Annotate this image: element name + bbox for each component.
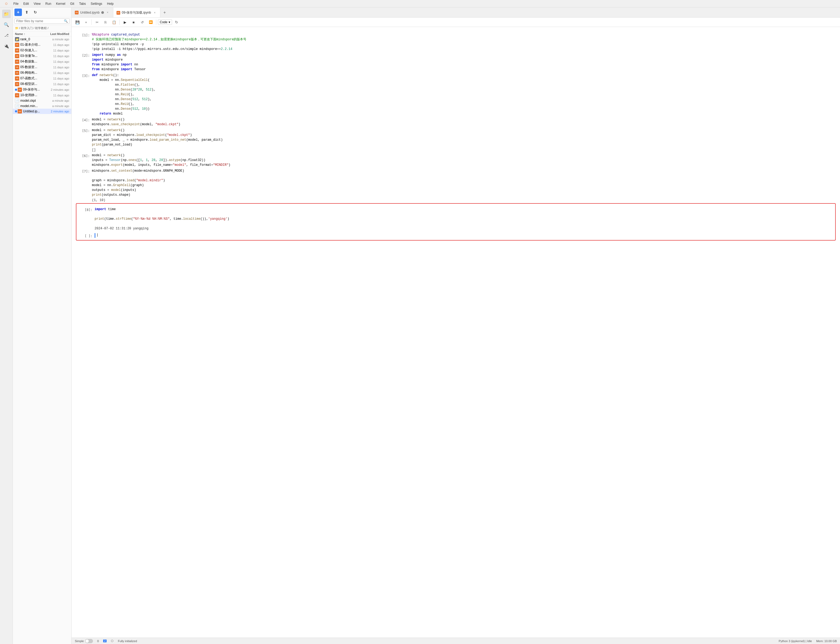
cell-code: import time print(time.strftime("%Y-%m-%… (95, 207, 833, 231)
paste-button[interactable]: 📋 (110, 19, 118, 26)
cell-body[interactable]: import numpy as np import mindspore from… (92, 53, 836, 72)
list-item[interactable]: nb 01-基本介绍... 11 days ago (13, 42, 71, 48)
list-item[interactable]: nb 10-使用静... 11 days ago (13, 92, 71, 98)
kernel-refresh-button[interactable]: ↻ (173, 19, 180, 26)
cut-button[interactable]: ✂ (93, 19, 101, 26)
menu-edit[interactable]: Edit (21, 1, 31, 6)
menu-file[interactable]: File (11, 1, 21, 6)
upload-button[interactable]: ⬆ (23, 8, 30, 16)
menu-settings[interactable]: Settings (89, 1, 104, 6)
toggle-switch[interactable] (85, 639, 93, 643)
menu-tabs[interactable]: Tabs (77, 1, 88, 6)
list-item[interactable]: nb 03-张量Te... 11 days ago (13, 53, 71, 59)
file-search-input[interactable] (16, 19, 64, 23)
file-modified: 11 days ago (43, 49, 69, 52)
file-modified: 2 minutes ago (43, 110, 69, 113)
list-item[interactable]: nb 02-快速入... 11 days ago (13, 48, 71, 53)
cell-4: [4]: model = network() mindspore.save_ch… (72, 117, 840, 127)
sort-icon: ↑ (24, 32, 25, 36)
list-item[interactable]: 📁 rank_0 a minute ago (13, 36, 71, 42)
activity-bar: 📁 🔍 ⎇ 🔌 (0, 8, 13, 644)
name-column-header[interactable]: Name ↑ (15, 32, 43, 36)
file-name: Untitled.ip... (23, 110, 43, 113)
tab-add-button[interactable]: + (160, 8, 169, 17)
cell-number: [2]: (76, 53, 92, 72)
git-activity-icon[interactable]: ⎇ (2, 31, 11, 39)
list-item[interactable]: nb 08-模型训... 11 days ago (13, 81, 71, 87)
cell-body[interactable]: def network(): model = nn.SequentialCell… (92, 73, 836, 116)
tab-untitled[interactable]: nb Untitled.ipynb × (72, 8, 113, 17)
notebook-icon: nb (15, 76, 19, 80)
tab-bar: nb Untitled.ipynb × nb 09-保存与加载.ipynb × … (72, 8, 840, 18)
file-name: 01-基本介绍... (20, 43, 43, 47)
cell-type-label: Code (160, 20, 168, 24)
list-item[interactable]: nb 07-函数式... 11 days ago (13, 76, 71, 81)
run-button[interactable]: ▶ (121, 19, 129, 26)
menu-run[interactable]: Run (43, 1, 53, 6)
cell-number: [4]: (76, 117, 92, 127)
breadcrumb: 📁 / 初学入门 / 初学教程 / (13, 25, 71, 31)
cell-empty: [ ]: | (79, 233, 833, 238)
list-item[interactable]: nb 05-数据变... 11 days ago (13, 64, 71, 70)
save-button[interactable]: 💾 (74, 19, 81, 26)
menu-view[interactable]: View (31, 1, 43, 6)
list-item[interactable]: 📄 model.min... a minute ago (13, 104, 71, 108)
search-activity-icon[interactable]: 🔍 (2, 20, 11, 29)
app-logo: ○ (2, 0, 11, 8)
notebook-content: [1]: %%capture captured_output # 实验环境已经预… (72, 27, 840, 637)
file-list: 📁 rank_0 a minute ago nb 01-基本介绍... 11 d… (13, 36, 71, 644)
tab-09-notebook[interactable]: nb 09-保存与加载.ipynb × (113, 8, 160, 17)
file-list-header: Name ↑ Last Modified (13, 31, 71, 36)
copy-button[interactable]: ⎘ (102, 19, 109, 26)
simple-toggle[interactable]: Simple (75, 639, 93, 643)
toggle-knob (86, 639, 89, 643)
stop-button[interactable]: ■ (130, 19, 137, 26)
notebook-icon: nb (18, 109, 22, 113)
fast-forward-button[interactable]: ⏩ (147, 19, 155, 26)
modified-column-header[interactable]: Last Modified (43, 32, 69, 36)
empty-cell-cursor[interactable]: | (96, 233, 98, 237)
menu-kernel[interactable]: Kernel (54, 1, 68, 6)
restart-button[interactable]: ↺ (138, 19, 146, 26)
tab-notebook-icon: nb (117, 11, 120, 15)
menu-help[interactable]: Help (105, 1, 116, 6)
file-modified: 11 days ago (43, 60, 69, 63)
cell-body[interactable]: mindspore.set_context(mode=mindspore.GRA… (92, 169, 836, 202)
refresh-button[interactable]: ↻ (31, 8, 39, 16)
file-modified: 11 days ago (43, 66, 69, 69)
cell-body[interactable]: import time print(time.strftime("%Y-%m-%… (95, 207, 833, 231)
list-item[interactable]: 📄 model.ckpt a minute ago (13, 98, 71, 104)
cell-code: model = network() param_dict = mindspore… (92, 128, 836, 147)
cell-body[interactable]: model = network() mindspore.save_checkpo… (92, 117, 836, 127)
file-name: 02-快速入... (20, 48, 43, 53)
new-file-button[interactable]: + (15, 8, 22, 16)
files-activity-icon[interactable]: 📁 (2, 10, 11, 18)
list-item[interactable]: nb 09-保存与... 2 minutes ago (13, 87, 71, 92)
list-item[interactable]: nb Untitled.ip... 2 minutes ago (13, 108, 71, 114)
cell-body[interactable]: model = network() inputs = Tensor(np.one… (92, 153, 836, 168)
cell-type-selector[interactable]: Code ▾ (158, 20, 172, 25)
empty-cell-body[interactable]: | (95, 233, 833, 238)
add-cell-button[interactable]: + (82, 19, 90, 26)
notebook-empty-space (72, 242, 840, 295)
kernel-initialized: Fully initialized (118, 639, 137, 643)
menu-git[interactable]: Git (68, 1, 76, 6)
file-name: 10-使用静... (20, 93, 43, 97)
list-item[interactable]: nb 06-网络构... 11 days ago (13, 70, 71, 76)
notebook-icon: nb (15, 65, 19, 69)
cell-number: [3]: (76, 73, 92, 116)
extensions-activity-icon[interactable]: 🔌 (2, 42, 11, 50)
tab-close-button[interactable]: × (153, 11, 157, 15)
file-panel: + ⬆ ↻ 🔍 📁 / 初学入门 / 初学教程 / Name ↑ Last Mo… (13, 8, 72, 644)
file-name: 06-网络构... (20, 71, 43, 75)
selected-badge: 2 (103, 639, 107, 642)
tab-label: Untitled.ipynb (80, 11, 100, 15)
list-item[interactable]: nb 04-数据集... 11 days ago (13, 59, 71, 64)
tab-close-button[interactable]: × (105, 10, 110, 15)
cell-body[interactable]: model = network() param_dict = mindspore… (92, 128, 836, 152)
file-modified: 11 days ago (43, 71, 69, 74)
cell-output: [] (92, 147, 836, 152)
cursor-bar (95, 233, 96, 238)
cell-body[interactable]: %%capture captured_output # 实验环境已经预装了min… (92, 32, 836, 51)
cell-number: [1]: (76, 32, 92, 51)
